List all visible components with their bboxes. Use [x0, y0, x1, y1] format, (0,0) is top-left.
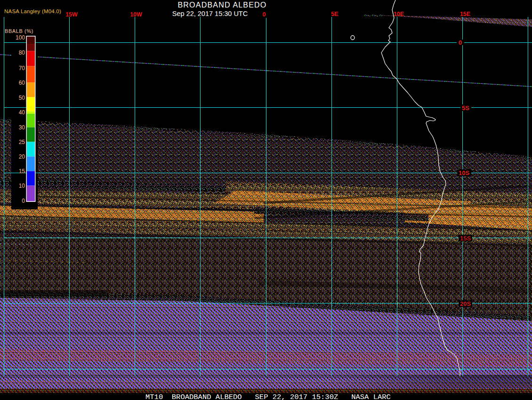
- svg-text:0: 0: [22, 198, 25, 204]
- svg-text:15: 15: [19, 168, 25, 175]
- svg-text:50: 50: [19, 95, 25, 101]
- svg-text:100: 100: [16, 34, 25, 41]
- svg-text:60: 60: [19, 80, 25, 86]
- svg-text:15E: 15E: [460, 11, 470, 17]
- svg-text:40: 40: [19, 109, 25, 116]
- svg-text:NASA Langley (M04.0): NASA Langley (M04.0): [4, 8, 61, 14]
- svg-text:20S: 20S: [460, 300, 471, 307]
- svg-text:15S: 15S: [460, 235, 471, 242]
- svg-text:70: 70: [19, 65, 25, 72]
- svg-text:15W: 15W: [65, 11, 78, 18]
- svg-text:10W: 10W: [130, 11, 142, 18]
- svg-text:10S: 10S: [459, 169, 469, 176]
- svg-text:25: 25: [19, 139, 25, 145]
- svg-text:0: 0: [459, 39, 462, 46]
- svg-text:30: 30: [19, 124, 25, 131]
- svg-text:5E: 5E: [331, 11, 338, 17]
- svg-text:BROADBAND ALBEDO: BROADBAND ALBEDO: [177, 1, 266, 9]
- svg-text:10E: 10E: [394, 11, 404, 17]
- svg-text:MT10 BROADBAND ALBEDO SEP 2: MT10 BROADBAND ALBEDO SEP 22, 2017 15:30…: [145, 393, 391, 400]
- svg-text:10: 10: [19, 183, 25, 189]
- svg-text:5S: 5S: [462, 104, 469, 112]
- svg-text:80: 80: [19, 49, 25, 56]
- svg-text:BBALB (%): BBALB (%): [5, 28, 33, 34]
- svg-text:Sep 22, 2017 15:30 UTC: Sep 22, 2017 15:30 UTC: [172, 10, 248, 17]
- svg-text:0: 0: [263, 11, 266, 18]
- svg-text:20: 20: [19, 153, 25, 160]
